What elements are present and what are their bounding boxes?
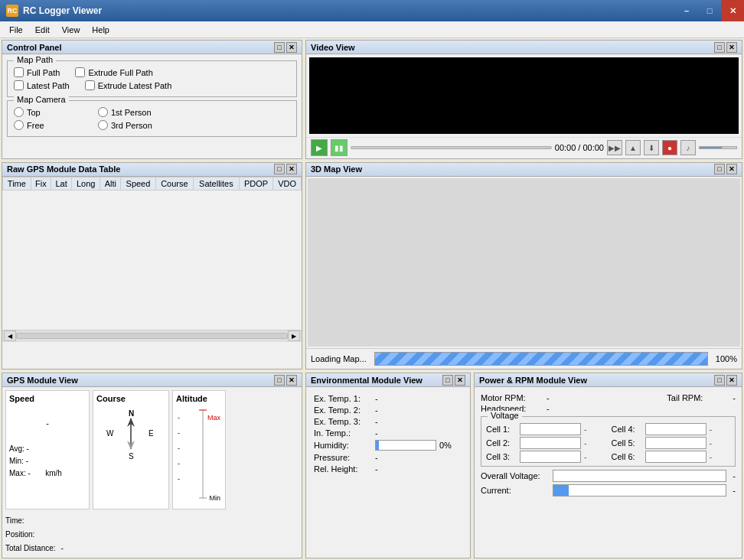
env-value-5: - bbox=[375, 453, 398, 462]
gps-table-container[interactable]: Time Fix Lat Long Alti Speed Course Sate… bbox=[2, 177, 302, 330]
min-speed: Min: - bbox=[9, 455, 86, 467]
svg-text:W: W bbox=[106, 429, 114, 438]
speed-value: - bbox=[9, 418, 86, 428]
third-person-radio-item[interactable]: 3rd Person bbox=[98, 120, 167, 130]
download-btn[interactable]: ⬇ bbox=[644, 140, 659, 155]
gps-table-restore-btn[interactable]: □ bbox=[274, 164, 285, 174]
speed-title: Speed bbox=[9, 394, 86, 403]
env-restore-btn[interactable]: □ bbox=[442, 375, 453, 386]
video-panel-header: Video View □ ✕ bbox=[306, 41, 742, 54]
col-vdo: VDO bbox=[273, 177, 302, 190]
course-box: Course N S W E bbox=[93, 390, 169, 510]
gps-table-header: Raw GPS Module Data Table □ ✕ bbox=[2, 163, 302, 177]
control-panel-header: Control Panel □ ✕ bbox=[2, 41, 302, 54]
gps-table-close-btn[interactable]: ✕ bbox=[286, 164, 297, 174]
skip-back-btn[interactable]: ▲ bbox=[625, 140, 641, 155]
map3d-panel: 3D Map View □ ✕ Loading Map... 100% bbox=[305, 162, 742, 370]
map3d-restore-btn[interactable]: □ bbox=[714, 164, 725, 174]
scroll-left-btn[interactable]: ◀ bbox=[4, 330, 16, 341]
gps-distance-value: - bbox=[60, 544, 63, 552]
current-row: Current: - bbox=[481, 484, 736, 497]
env-row-6: Rel. Height: - bbox=[314, 464, 462, 474]
gps-module-restore-btn[interactable]: □ bbox=[274, 375, 285, 386]
control-panel-close-btn[interactable]: ✕ bbox=[286, 42, 297, 53]
volt-grid: Cell 1: - Cell 4: - Cell 2: - bbox=[486, 423, 730, 463]
video-panel: Video View □ ✕ ▶ ▮▮ 00:00 / 00:00 ▶▶ ▲ ⬇… bbox=[305, 40, 742, 159]
scrollbar-track[interactable] bbox=[16, 333, 288, 339]
power-panel-header: Power & RPM Module View □ ✕ bbox=[475, 373, 742, 387]
full-path-checkbox[interactable] bbox=[14, 67, 24, 77]
third-person-radio[interactable] bbox=[98, 120, 108, 130]
gps-table-scrollbar-h[interactable]: ◀ ▶ bbox=[2, 330, 302, 342]
menu-file[interactable]: File bbox=[3, 24, 29, 36]
map3d-buttons: □ ✕ bbox=[714, 164, 737, 174]
menu-view[interactable]: View bbox=[56, 24, 86, 36]
env-label-1: Ex. Temp. 2: bbox=[314, 405, 375, 415]
extrude-latest-path-checkbox-item[interactable]: Extrude Latest Path bbox=[85, 80, 172, 90]
svg-text:E: E bbox=[148, 429, 154, 438]
minimize-button[interactable]: – bbox=[675, 0, 698, 21]
full-path-checkbox-item[interactable]: Full Path bbox=[14, 67, 60, 77]
map3d-close-btn[interactable]: ✕ bbox=[726, 164, 737, 174]
gps-module-close-btn[interactable]: ✕ bbox=[286, 375, 297, 386]
map-camera-group: Map Camera Top 1st Person Free bbox=[7, 100, 297, 137]
video-panel-restore-btn[interactable]: □ bbox=[714, 42, 725, 53]
map3d-progress-bar bbox=[374, 352, 708, 366]
play-button[interactable]: ▶ bbox=[311, 139, 328, 156]
humidity-bar: 0% bbox=[375, 440, 452, 451]
pause-button[interactable]: ▮▮ bbox=[331, 139, 348, 156]
gps-module-title: GPS Module View bbox=[7, 376, 78, 385]
menu-edit[interactable]: Edit bbox=[29, 24, 56, 36]
env-row-5: Pressure: - bbox=[314, 453, 462, 462]
menu-help[interactable]: Help bbox=[86, 24, 116, 36]
env-close-btn[interactable]: ✕ bbox=[455, 375, 465, 386]
record-btn[interactable]: ● bbox=[662, 140, 677, 155]
skip-forward-btn[interactable]: ▶▶ bbox=[607, 140, 622, 155]
env-label-3: In. Temp.: bbox=[314, 428, 375, 438]
video-panel-close-btn[interactable]: ✕ bbox=[726, 42, 737, 53]
top-radio-item[interactable]: Top bbox=[14, 107, 83, 117]
gps-data-table: Time Fix Lat Long Alti Speed Course Sate… bbox=[2, 177, 302, 190]
motor-rpm-value: - bbox=[547, 393, 550, 402]
col-long: Long bbox=[72, 177, 100, 190]
cell5-label: Cell 5: bbox=[612, 438, 642, 448]
first-person-radio[interactable] bbox=[98, 107, 108, 117]
map-path-title: Map Path bbox=[14, 55, 56, 64]
cell5-row: Cell 5: - bbox=[612, 437, 731, 449]
power-close-btn[interactable]: ✕ bbox=[726, 375, 737, 386]
extrude-full-path-checkbox[interactable] bbox=[75, 67, 85, 77]
cell3-input bbox=[520, 451, 581, 463]
cell5-input bbox=[645, 437, 706, 449]
scroll-right-btn[interactable]: ▶ bbox=[288, 330, 300, 341]
latest-path-checkbox-item[interactable]: Latest Path bbox=[14, 80, 70, 90]
control-panel-restore-btn[interactable]: □ bbox=[274, 42, 285, 53]
humidity-pct: 0% bbox=[439, 441, 452, 450]
gps-distance-row: Total Distance: - bbox=[5, 542, 299, 555]
env-value-1: - bbox=[375, 405, 398, 415]
env-row-1: Ex. Temp. 2: - bbox=[314, 405, 462, 415]
extrude-full-path-checkbox-item[interactable]: Extrude Full Path bbox=[75, 67, 152, 77]
power-restore-btn[interactable]: □ bbox=[714, 375, 725, 386]
cell2-dash: - bbox=[584, 438, 587, 448]
free-radio[interactable] bbox=[14, 120, 24, 130]
volume-slider[interactable] bbox=[699, 146, 737, 149]
top-radio[interactable] bbox=[14, 107, 24, 117]
overall-voltage-input bbox=[553, 470, 726, 482]
cell3-label: Cell 3: bbox=[486, 452, 517, 461]
third-person-label: 3rd Person bbox=[111, 121, 152, 130]
humidity-track bbox=[375, 440, 436, 451]
altitude-box: Altitude Max - - - - - Min bbox=[172, 390, 226, 510]
col-pdop: PDOP bbox=[239, 177, 273, 190]
env-row-3: In. Temp.: - bbox=[314, 428, 462, 438]
video-progress-slider[interactable] bbox=[351, 146, 552, 149]
alt-tick4: - bbox=[178, 460, 180, 467]
env-row-0: Ex. Temp. 1: - bbox=[314, 394, 462, 403]
humidity-fill bbox=[376, 441, 379, 450]
close-button[interactable]: ✕ bbox=[721, 0, 744, 21]
latest-path-checkbox[interactable] bbox=[14, 80, 24, 90]
maximize-button[interactable]: □ bbox=[698, 0, 721, 21]
extrude-latest-path-checkbox[interactable] bbox=[85, 80, 95, 90]
overall-voltage-dash: - bbox=[733, 471, 736, 480]
free-radio-item[interactable]: Free bbox=[14, 120, 83, 130]
first-person-radio-item[interactable]: 1st Person bbox=[98, 107, 167, 117]
